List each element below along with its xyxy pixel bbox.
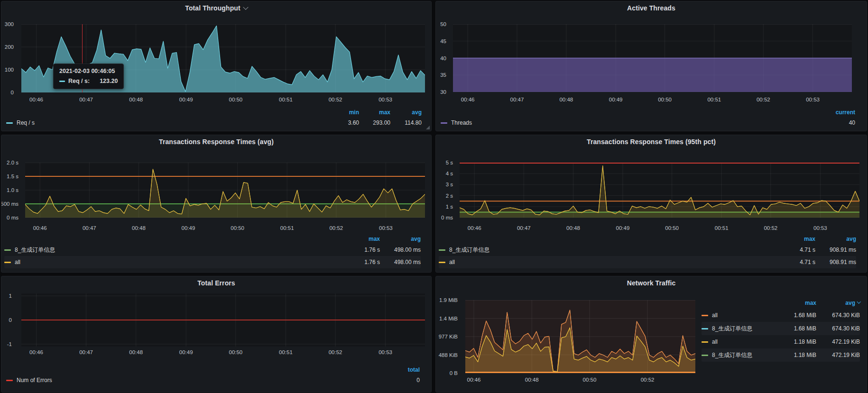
panel-title-total-throughput[interactable]: Total Throughput [1, 4, 431, 12]
legend-series-row: all 4.71 s 908.91 ms [439, 256, 856, 268]
x-tick: 00:52 [329, 349, 342, 355]
x-tick: 00:46 [29, 349, 43, 355]
legend-max-value: 4.71 s [775, 259, 815, 265]
legend-avg-value: 908.91 ms [815, 247, 856, 253]
y-tick: 0 B [450, 370, 458, 376]
series-color-dash [702, 315, 708, 316]
legend-avg-value: 114.80 [390, 119, 422, 126]
y-axis-rt-p95: 5 s 4 s 3 s 2 s 1 s 0 ms [436, 163, 457, 218]
x-tick: 00:50 [231, 225, 244, 231]
series-color-dash [4, 262, 11, 263]
y-tick: 200 [5, 44, 14, 50]
network-chart[interactable] [465, 300, 695, 373]
series-color-dash [441, 122, 447, 124]
legend-series-order-info[interactable]: 8_生成订单信息 [439, 246, 775, 254]
legend-sort-max[interactable]: max [775, 236, 815, 242]
y-tick: 100 [5, 67, 14, 73]
panel-title-total-errors[interactable]: Total Errors [1, 279, 431, 287]
legend-header-row: max avg [702, 297, 860, 309]
y-tick: 1.0 s [7, 187, 18, 193]
panel-title-rt-avg[interactable]: Transactions Response Times (avg) [1, 138, 431, 146]
legend-avg-value: 908.91 ms [815, 259, 856, 265]
legend-series-all-sent[interactable]: all [702, 312, 782, 319]
x-tick: 00:53 [379, 225, 393, 231]
x-tick: 00:48 [129, 349, 143, 355]
y-tick: 0 [9, 317, 12, 323]
x-tick: 00:52 [329, 225, 343, 231]
panel-title-text: Active Threads [627, 4, 675, 12]
legend-max-value: 1.76 s [339, 259, 380, 265]
x-tick: 00:51 [279, 349, 293, 355]
panel-rt-avg: Transactions Response Times (avg) 2.0 s … [1, 135, 432, 273]
legend-sort-max[interactable]: max [359, 109, 390, 116]
legend-throughput: min max avg Req / s 3.60 293.00 114.80 [6, 107, 422, 128]
legend-series-num-errors[interactable]: Num of Errors [6, 377, 388, 384]
legend-series-row: all 1.68 MiB 674.30 KiB [702, 309, 860, 322]
legend-avg-value: 674.30 KiB [816, 325, 860, 332]
legend-series-row: all 1.76 s 498.00 ms [4, 256, 421, 268]
tooltip-value: 123.20 [100, 78, 118, 84]
legend-header-row: max avg [4, 234, 421, 244]
series-color-dash [702, 341, 708, 343]
series-color-dash [6, 380, 13, 381]
legend-series-row: 8_生成订单信息 1.68 MiB 674.30 KiB [702, 322, 860, 335]
legend-sort-avg[interactable]: avg [390, 109, 422, 116]
x-tick: 00:53 [813, 225, 827, 231]
x-tick: 00:48 [559, 97, 573, 102]
y-tick: 5 s [446, 160, 453, 165]
legend-series-row: 8_生成订单信息 4.71 s 908.91 ms [439, 244, 856, 256]
legend-network: max avg all 1.68 MiB 674.30 KiB 8_生成订单信息… [702, 297, 860, 362]
errors-chart[interactable] [21, 293, 425, 347]
series-color-dash [702, 328, 708, 329]
legend-series-order-sent[interactable]: 8_生成订单信息 [702, 325, 782, 333]
legend-series-reqs[interactable]: Req / s [6, 119, 328, 126]
panel-title-network-traffic[interactable]: Network Traffic [436, 279, 867, 287]
legend-sort-min[interactable]: min [328, 109, 359, 116]
y-axis-throughput: 300 200 100 0 [1, 24, 18, 92]
legend-series-row: Threads 40 [441, 118, 855, 128]
x-tick: 00:48 [566, 225, 580, 231]
x-tick: 00:47 [517, 225, 531, 231]
panel-total-errors: Total Errors 1 0 -1 00:46 00:47 00:48 00… [1, 276, 432, 393]
legend-rt-avg: max avg 8_生成订单信息 1.76 s 498.00 ms all 1.… [4, 234, 421, 268]
legend-sort-avg[interactable]: avg [380, 236, 421, 242]
x-tick: 00:48 [525, 377, 539, 383]
threads-chart[interactable] [453, 24, 852, 92]
legend-series-order-received[interactable]: 8_生成订单信息 [702, 351, 782, 359]
x-tick: 00:48 [129, 97, 143, 102]
legend-series-threads[interactable]: Threads [441, 119, 824, 126]
legend-threads: current Threads 40 [441, 107, 855, 128]
legend-sort-total[interactable]: total [388, 366, 420, 373]
legend-max-value: 1.76 s [339, 247, 380, 253]
legend-max-value: 1.68 MiB [782, 312, 816, 319]
panel-resize-handle[interactable] [426, 126, 430, 129]
rt-avg-chart[interactable] [25, 163, 425, 218]
legend-avg-value: 472.19 KiB [816, 338, 860, 345]
legend-sort-max[interactable]: max [782, 300, 816, 306]
x-tick: 00:49 [182, 225, 195, 231]
y-tick: 1.9 MiB [439, 297, 458, 303]
legend-sort-current[interactable]: current [824, 109, 855, 116]
legend-sort-avg[interactable]: avg [815, 236, 856, 242]
panel-title-text: Total Errors [197, 279, 235, 287]
legend-avg-value: 498.00 ms [380, 259, 421, 265]
x-tick: 00:46 [33, 225, 47, 231]
legend-series-all[interactable]: all [439, 259, 775, 265]
series-color-dash [439, 249, 445, 251]
y-tick: 2.0 s [7, 160, 18, 165]
panel-title-active-threads[interactable]: Active Threads [436, 4, 867, 12]
panel-title-rt-p95[interactable]: Transactions Response Times (95th pct) [436, 138, 867, 146]
legend-header-row: min max avg [6, 107, 422, 118]
legend-series-all-received[interactable]: all [702, 338, 782, 345]
panel-title-text: Total Throughput [185, 4, 240, 12]
legend-max-value: 293.00 [359, 119, 390, 126]
y-axis-rt-avg: 2.0 s 1.5 s 1.0 s 500 ms 0 ms [1, 163, 22, 218]
x-tick: 00:47 [83, 225, 96, 231]
rt-p95-chart[interactable] [460, 163, 859, 218]
legend-sort-avg[interactable]: avg [816, 300, 860, 306]
legend-series-all[interactable]: all [4, 259, 339, 265]
legend-series-order-info[interactable]: 8_生成订单信息 [4, 246, 339, 254]
y-axis-threads: 50 45 40 35 30 [436, 24, 450, 92]
x-tick: 00:50 [229, 349, 242, 355]
legend-sort-max[interactable]: max [339, 236, 380, 242]
